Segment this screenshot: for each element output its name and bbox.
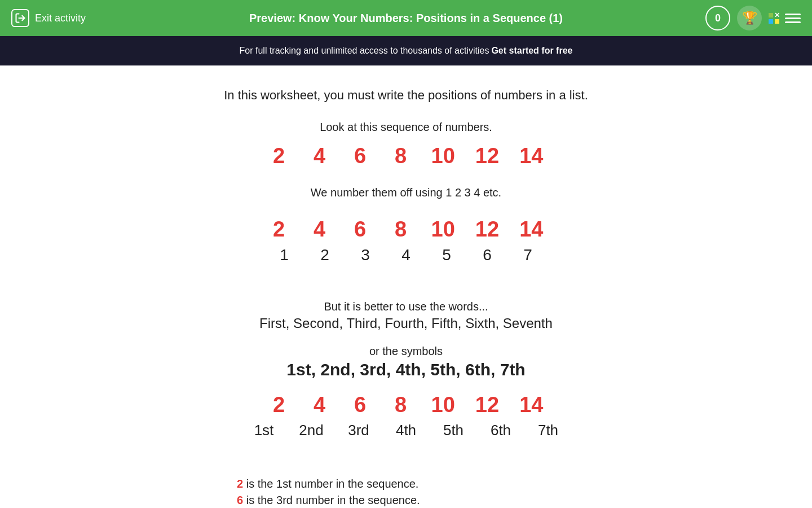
main-content: In this worksheet, you must write the po… [0,65,812,508]
seq-num-3: 6 [350,144,370,168]
num-seq-3: 6 [350,217,370,242]
header-right: 0 🏆 ✕ [705,6,801,30]
sequence-row-1: 2 4 6 8 10 12 14 [269,144,544,168]
ord-3: 3rd [345,422,372,439]
example-1-text: is the 1st number in the sequence. [243,478,418,490]
menu-line-1 [785,14,801,15]
example-2-text: is the 3rd number in the sequence. [243,494,420,506]
pos-2: 2 [315,246,335,264]
seq-num-2: 4 [310,144,330,168]
dot-x: ✕ [775,13,779,17]
bottom-seq-row: 2 4 6 8 10 12 14 [269,393,544,417]
pos-1: 1 [274,246,294,264]
seq-num-5: 10 [431,144,455,168]
bot-seq-4: 8 [391,393,411,417]
bot-seq-6: 12 [475,393,499,417]
ord-4: 4th [392,422,420,439]
ord-6: 6th [487,422,514,439]
exit-activity-button[interactable]: Exit activity [11,9,86,27]
sequence-row-2: 2 4 6 8 10 12 14 [269,217,544,242]
num-seq-2: 4 [310,217,330,242]
numbering-label: We number them off using 1 2 3 4 etc. [311,186,501,199]
exit-icon [11,9,29,27]
dot-yellow [775,19,779,24]
activity-title: Preview: Know Your Numbers: Positions in… [249,12,563,25]
symbols-value: 1st, 2nd, 3rd, 4th, 5th, 6th, 7th [286,360,525,379]
words-line1: But it is better to use the words... [259,300,553,313]
intro-text: In this worksheet, you must write the po… [224,88,588,103]
seq-num-4: 8 [391,144,411,168]
pos-6: 6 [477,246,497,264]
seq-num-1: 2 [269,144,289,168]
ord-1: 1st [250,422,277,439]
menu-line-3 [785,21,801,23]
numbering-section: 2 4 6 8 10 12 14 1 2 3 4 5 6 7 [269,217,544,282]
menu-line-2 [785,17,801,19]
example-1: 2 is the 1st number in the sequence. [237,478,575,491]
promo-banner: For full tracking and unlimited access t… [0,36,812,65]
exit-label: Exit activity [35,12,86,24]
positions-row: 1 2 3 4 5 6 7 [274,246,538,264]
bot-seq-7: 14 [519,393,543,417]
trophy-button[interactable]: 🏆 [737,6,762,30]
banner-cta[interactable]: Get started for free [491,46,572,56]
ord-7: 7th [535,422,562,439]
pos-5: 5 [436,246,457,264]
example-2-num: 6 [237,494,243,506]
pos-7: 7 [518,246,538,264]
ord-2: 2nd [298,422,325,439]
pos-3: 3 [355,246,376,264]
bot-seq-5: 10 [431,393,455,417]
bot-seq-3: 6 [350,393,370,417]
banner-text: For full tracking and unlimited access t… [240,46,489,56]
example-2: 6 is the 3rd number in the sequence. [237,494,575,507]
look-label: Look at this sequence of numbers. [320,121,492,134]
ord-5: 5th [440,422,467,439]
dot-green [769,13,773,17]
num-seq-6: 12 [475,217,499,242]
dot-blue [769,19,773,24]
symbols-label: or the symbols [286,345,525,358]
num-seq-1: 2 [269,217,289,242]
symbols-section: or the symbols 1st, 2nd, 3rd, 4th, 5th, … [286,345,525,379]
words-section: But it is better to use the words... Fir… [259,300,553,331]
score-badge: 0 [705,6,730,30]
examples-section: 2 is the 1st number in the sequence. 6 i… [237,478,575,508]
example-1-num: 2 [237,478,243,490]
seq-num-6: 12 [475,144,499,168]
pos-4: 4 [396,246,416,264]
hamburger-menu[interactable] [785,14,801,23]
bot-seq-1: 2 [269,393,289,417]
seq-num-7: 14 [519,144,543,168]
bottom-sequence: 2 4 6 8 10 12 14 1st 2nd 3rd 4th 5th 6th… [250,393,562,457]
num-seq-4: 8 [391,217,411,242]
menu-area: ✕ [769,13,801,24]
ordinal-row: 1st 2nd 3rd 4th 5th 6th 7th [250,422,562,439]
num-seq-7: 14 [519,217,543,242]
header: Exit activity Preview: Know Your Numbers… [0,0,812,36]
num-seq-5: 10 [431,217,455,242]
words-line2: First, Second, Third, Fourth, Fifth, Six… [259,316,553,331]
menu-dots: ✕ [769,13,779,24]
bot-seq-2: 4 [310,393,330,417]
